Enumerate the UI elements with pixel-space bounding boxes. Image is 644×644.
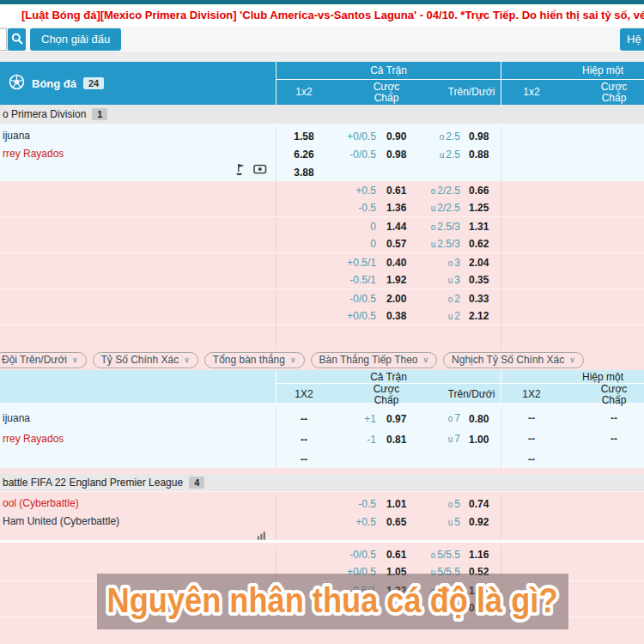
tab-strip [0,53,644,62]
watermark-banner-svg: Nguyên nhân thua cá độ là gì? [97,574,568,629]
handicap-line: +0/0.5 [331,131,376,143]
filter-reverse-correct-score[interactable]: Nghịch Tỷ Số Chính Xác∨ [443,352,584,368]
live-video-icon[interactable] [253,163,267,181]
market-filter-bar: Đội Trên/Dưới∨ Tỷ Số Chính Xác∨ Tổng bàn… [0,349,644,370]
over-line: o2.5 [416,131,464,143]
search-button[interactable] [8,28,26,51]
team-column: ijuana rrey Rayados [0,127,276,181]
sport-label: Bóng đá [32,77,76,90]
corner-flag-icon[interactable] [235,163,246,182]
match-row-cyberbattle: ool (Cyberbattle) Ham United (Cyberbattl… [0,492,644,543]
h1-1x2-odds[interactable]: -- [501,408,562,428]
league-name: o Primera Division [3,108,86,120]
stats-chart-icon[interactable] [257,528,267,546]
spacer-strip [0,468,644,474]
column-h1-handicap: Cược Chấp [562,82,644,103]
league-header-primera-division[interactable]: o Primera Division 1 [0,105,644,125]
h1-1x2-odds[interactable]: -- [501,428,562,449]
over-odds[interactable]: 0.33 [464,293,501,305]
home-team-name: ijuana [3,408,276,428]
filter-total-goals[interactable]: Tổng bàn thắng∨ [204,352,305,368]
help-button[interactable]: Hệ [620,28,644,51]
column-over-under: Trên/Dưới [416,87,501,98]
away-team-name: rrey Rayados [3,428,276,449]
search-input[interactable] [0,28,7,51]
filter-correct-score[interactable]: Tỷ Số Chính Xác∨ [93,352,198,368]
odds-1x2-home[interactable]: 1.58 [276,131,331,143]
betting-page: [Luật Bóng đá][Mexico Primera Division] … [0,0,644,644]
under-odds[interactable]: 0.92 [464,516,501,528]
odds-1x2-away[interactable]: -- [276,429,331,450]
away-team-name: rrey Rayados [3,145,276,163]
league-count-badge: 1 [92,108,107,120]
column-group-first-half: Hiệp một [501,370,644,383]
sport-header[interactable]: Bóng đá 24 Cả Trận Hiệp một 1x2 Cược Chấ… [0,62,644,105]
filter-team-over-under[interactable]: Đội Trên/Dưới∨ [0,352,87,368]
watermark-banner: Nguyên nhân thua cá độ là gì? [97,574,568,629]
handicap-odds[interactable]: 0.81 [376,429,416,450]
chevron-down-icon: ∨ [290,355,296,364]
handicap-odds[interactable]: 1.36 [376,202,416,214]
column-group-full-match: Cả Trận [276,62,501,79]
h1-handicap-odds[interactable]: -- [573,408,644,428]
handicap-odds[interactable]: 0.57 [376,238,416,250]
handicap-odds[interactable]: 0.98 [376,149,416,161]
over-odds[interactable]: 0.66 [464,185,501,197]
over-odds[interactable]: 2.04 [464,257,501,269]
handicap-odds[interactable]: 0.61 [376,185,416,197]
column-group-first-half: Hiệp một [501,62,644,79]
under-odds[interactable]: 0.62 [464,238,501,250]
h1-handicap-odds[interactable]: -- [573,428,644,449]
league-header-cyberbattle-epl[interactable]: battle FIFA 22 England Premier League 4 [0,474,644,492]
over-odds[interactable]: 0.98 [464,131,501,143]
over-odds[interactable]: 1.16 [464,549,501,561]
handicap-odds[interactable]: 2.00 [376,293,416,305]
over-odds[interactable]: 0.80 [464,409,501,429]
under-odds[interactable]: 1.25 [464,202,501,214]
over-odds[interactable]: 0.74 [464,498,501,510]
handicap-odds[interactable]: 0.97 [376,409,416,429]
chevron-down-icon: ∨ [184,355,190,364]
over-odds[interactable]: 1.31 [464,221,501,233]
home-team-name: ool (Cyberbattle) [3,495,276,513]
league-name: battle FIFA 22 England Premier League [3,477,183,489]
choose-league-button[interactable]: Chọn giải đấu [30,28,121,51]
handicap-odds[interactable]: 1.92 [376,274,416,286]
column-handicap: Cược Chấp [331,82,416,103]
filter-next-goal[interactable]: Bàn Thắng Tiếp Theo∨ [311,352,438,368]
away-team-name: Ham United (Cyberbattle) [3,513,276,531]
handicap-line: -0/0.5 [331,149,376,161]
announcement-marquee: [Luật Bóng đá][Mexico Primera Division] … [0,4,644,27]
column-over-under: Trên/Dưới [416,389,501,400]
league-count-badge: 4 [189,477,204,489]
column-group-full-match: Cả Trận [276,370,501,383]
handicap-odds[interactable]: 0.65 [376,516,416,528]
match-row-tijuana-monterrey-2: ijuana rrey Rayados -- +1 0.97 o7 0.80 -… [0,403,644,468]
home-team-name: ijuana [3,127,276,145]
under-line: u2.5 [416,149,464,161]
handicap-odds[interactable]: 1.44 [376,221,416,233]
column-h1-1x2: 1x2 [501,87,562,98]
toolbar: Chọn giải đấu Hệ [0,27,644,53]
odds-1x2-away[interactable]: 6.26 [276,149,331,161]
handicap-odds[interactable]: 0.40 [376,257,416,269]
handicap-odds[interactable]: 0.38 [376,310,416,322]
odds-1x2-draw[interactable]: 3.88 [276,167,331,179]
first-half-column [501,127,644,181]
table1-columns: Cả Trận Hiệp một 1x2 Cược Chấp Trên/Dưới… [276,62,644,105]
handicap-odds[interactable]: 0.61 [376,549,416,561]
chevron-down-icon: ∨ [72,355,78,364]
under-odds[interactable]: 0.35 [464,274,501,286]
odds-column: 1.58 +0/0.5 0.90 o2.5 0.98 6.26 -0/0.5 0… [276,127,501,181]
under-odds[interactable]: 1.00 [464,429,501,450]
odds-1x2-draw[interactable]: -- [276,449,331,470]
h1-1x2-odds[interactable]: -- [501,449,562,470]
sport-header-left[interactable]: Bóng đá 24 [0,62,276,105]
under-odds[interactable]: 0.88 [464,149,501,161]
handicap-odds[interactable]: 0.90 [376,131,416,143]
odds-pair: 01.44 o2.5/31.31 00.57 u2.5/30.62 [0,217,644,253]
match-row-tijuana-monterrey: ijuana rrey Rayados 1.58 +0/0.5 0.90 o2.… [0,125,644,181]
handicap-odds[interactable]: 1.01 [376,498,416,510]
odds-1x2-home[interactable]: -- [276,409,331,429]
under-odds[interactable]: 2.12 [464,310,501,322]
